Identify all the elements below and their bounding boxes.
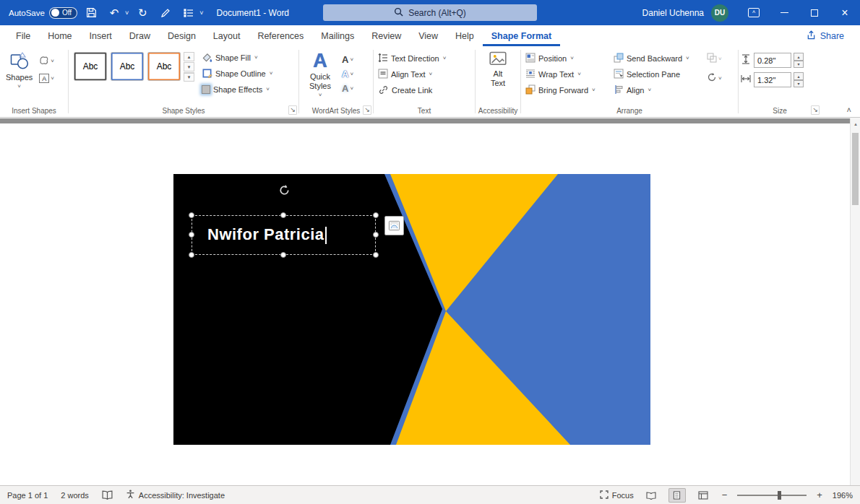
rotate-objects-button[interactable]: ˅ bbox=[705, 71, 723, 86]
close-button[interactable]: × bbox=[830, 0, 860, 25]
layout-options-button[interactable] bbox=[384, 216, 404, 235]
text-direction-button[interactable]: Text Direction ˅ bbox=[376, 51, 448, 66]
text-box-button[interactable]: A ˅ bbox=[38, 73, 56, 84]
list-icon[interactable] bbox=[179, 4, 198, 22]
zoom-out-button[interactable]: − bbox=[721, 490, 729, 500]
tab-view[interactable]: View bbox=[410, 25, 447, 46]
quick-styles-button[interactable]: A Quick Styles ˅ bbox=[301, 48, 339, 106]
text-fill-button[interactable]: A ˅ bbox=[340, 54, 355, 65]
search-box[interactable]: Search (Alt+Q) bbox=[323, 4, 537, 21]
wrap-text-button[interactable]: Wrap Text ˅ bbox=[523, 66, 611, 82]
draw-pen-icon[interactable] bbox=[156, 4, 175, 22]
selection-handle-bottom-left[interactable] bbox=[189, 252, 194, 258]
business-card-graphic[interactable]: Nwifor Patricia bbox=[173, 174, 650, 445]
shape-outline-button[interactable]: Shape Outline ˅ bbox=[199, 66, 275, 82]
text-direction-label: Text Direction bbox=[391, 54, 439, 63]
shape-effects-button[interactable]: Shape Effects ˅ bbox=[199, 82, 275, 97]
gallery-scroll-up-button[interactable]: ▴ bbox=[184, 52, 194, 61]
shape-width-input[interactable] bbox=[754, 72, 791, 87]
text-outline-button[interactable]: A ˅ bbox=[340, 69, 355, 79]
focus-mode-button[interactable]: Focus bbox=[600, 490, 634, 500]
edit-shape-button[interactable]: ˅ bbox=[38, 54, 56, 69]
zoom-slider-thumb[interactable] bbox=[778, 491, 781, 500]
tab-draw[interactable]: Draw bbox=[121, 25, 159, 46]
scrollbar-thumb[interactable] bbox=[852, 133, 859, 205]
shape-fill-button[interactable]: Shape Fill ˅ bbox=[199, 50, 275, 66]
read-mode-button[interactable] bbox=[642, 488, 660, 503]
size-dialog-launcher[interactable]: ↘ bbox=[811, 105, 820, 115]
tab-insert[interactable]: Insert bbox=[81, 25, 121, 46]
vertical-scrollbar[interactable]: ▴ bbox=[850, 118, 860, 485]
save-icon[interactable] bbox=[82, 4, 100, 22]
zoom-level[interactable]: 196% bbox=[833, 491, 853, 500]
position-button[interactable]: Position ˅ bbox=[523, 51, 611, 66]
selection-handle-top-middle[interactable] bbox=[280, 212, 286, 218]
card-name-text[interactable]: Nwifor Patricia bbox=[207, 225, 327, 244]
ribbon-display-options-button[interactable]: ˄ bbox=[739, 0, 769, 25]
text-effects-button[interactable]: A ˅ bbox=[340, 83, 355, 94]
tab-review[interactable]: Review bbox=[363, 25, 410, 46]
gallery-more-button[interactable]: ▾ bbox=[184, 72, 194, 82]
document-page[interactable]: Nwifor Patricia bbox=[0, 123, 850, 485]
zoom-in-button[interactable]: + bbox=[815, 490, 824, 500]
proofing-status-icon[interactable] bbox=[102, 490, 113, 500]
send-backward-button[interactable]: Send Backward ˅ bbox=[611, 51, 705, 66]
minimize-button[interactable] bbox=[769, 0, 799, 25]
alt-text-button[interactable]: Alt Text bbox=[483, 48, 512, 106]
create-link-button[interactable]: Create Link bbox=[376, 82, 448, 98]
print-layout-button[interactable] bbox=[668, 488, 686, 503]
shape-style-preview-2[interactable]: Abc bbox=[111, 52, 144, 81]
selection-handle-top-right[interactable] bbox=[373, 212, 379, 218]
redo-icon[interactable]: ↻ bbox=[133, 4, 152, 22]
shape-height-input[interactable] bbox=[754, 53, 791, 68]
undo-icon[interactable]: ↶ bbox=[105, 4, 124, 22]
tab-references[interactable]: References bbox=[249, 25, 312, 46]
share-button[interactable]: Share bbox=[791, 25, 860, 46]
group-objects-button[interactable]: ˅ bbox=[705, 52, 723, 66]
shape-styles-dialog-launcher[interactable]: ↘ bbox=[288, 105, 297, 115]
autosave-toggle[interactable]: AutoSave Off bbox=[9, 7, 77, 19]
selection-handle-middle-right[interactable] bbox=[373, 232, 379, 238]
scroll-up-arrow-icon[interactable]: ▴ bbox=[851, 121, 860, 127]
selection-handle-top-left[interactable] bbox=[189, 212, 194, 218]
qat-customize-icon[interactable]: ˅ bbox=[199, 9, 203, 17]
selection-handle-bottom-middle[interactable] bbox=[280, 252, 286, 258]
height-decrease-button[interactable]: ▾ bbox=[794, 61, 804, 69]
tab-design[interactable]: Design bbox=[159, 25, 205, 46]
wordart-dialog-launcher[interactable]: ↘ bbox=[363, 105, 371, 115]
user-name[interactable]: Daniel Uchenna bbox=[642, 8, 704, 18]
user-avatar[interactable]: DU bbox=[711, 4, 728, 22]
rotate-handle[interactable] bbox=[278, 183, 291, 200]
tab-layout[interactable]: Layout bbox=[205, 25, 249, 46]
tab-mailings[interactable]: Mailings bbox=[312, 25, 363, 46]
text-box-icon: A bbox=[39, 74, 49, 83]
height-increase-button[interactable]: ▴ bbox=[794, 53, 804, 61]
width-increase-button[interactable]: ▴ bbox=[794, 72, 804, 80]
word-count[interactable]: 2 words bbox=[61, 491, 89, 500]
maximize-button[interactable] bbox=[799, 0, 830, 25]
accessibility-status[interactable]: Accessibility: Investigate bbox=[126, 490, 225, 500]
width-decrease-button[interactable]: ▾ bbox=[794, 80, 804, 88]
zoom-slider[interactable] bbox=[737, 490, 807, 500]
gallery-scroll-down-button[interactable]: ▾ bbox=[184, 62, 194, 71]
tab-shape-format[interactable]: Shape Format bbox=[483, 25, 560, 46]
undo-dropdown-icon[interactable]: ˅ bbox=[125, 9, 129, 17]
shape-style-preview-1[interactable]: Abc bbox=[74, 52, 107, 81]
web-layout-button[interactable] bbox=[695, 488, 712, 503]
bring-forward-button[interactable]: Bring Forward ˅ bbox=[523, 82, 611, 98]
edit-shape-icon bbox=[39, 55, 49, 68]
autosave-pill[interactable]: Off bbox=[49, 7, 77, 19]
tab-home[interactable]: Home bbox=[39, 25, 80, 46]
selection-handle-middle-left[interactable] bbox=[189, 232, 194, 238]
collapse-ribbon-button[interactable]: ˄ bbox=[844, 105, 854, 114]
align-objects-button[interactable]: Align ˅ bbox=[611, 82, 705, 98]
align-text-button[interactable]: Align Text ˅ bbox=[376, 66, 448, 82]
selection-handle-bottom-right[interactable] bbox=[373, 252, 379, 258]
shapes-button[interactable]: Shapes ˅ bbox=[2, 48, 36, 106]
page-indicator[interactable]: Page 1 of 1 bbox=[7, 491, 48, 500]
tab-help[interactable]: Help bbox=[447, 25, 483, 46]
tab-file[interactable]: File bbox=[7, 25, 39, 46]
group-arrange: Position ˅ Wrap Text ˅ bbox=[521, 46, 738, 117]
shape-style-preview-3[interactable]: Abc bbox=[147, 52, 181, 81]
selection-pane-button[interactable]: Selection Pane bbox=[611, 66, 705, 82]
